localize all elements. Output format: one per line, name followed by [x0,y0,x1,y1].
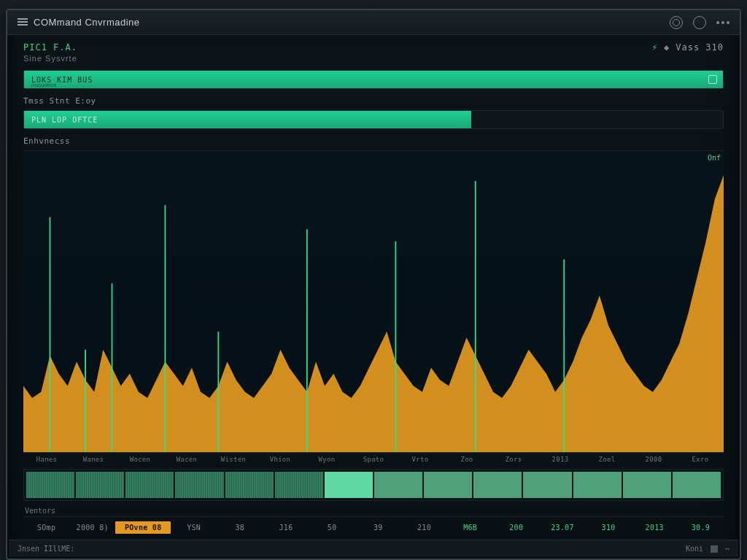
numcell: 2000 8) [69,524,115,532]
scrubber-segment[interactable] [573,472,622,498]
app-window: COMmand Cnvrmadine PIC1 F.A. ⚡ ◆ Vass 31… [6,9,741,560]
bolt-icon: ⚡ [652,42,658,52]
chart-x-axis: HanesWanesWocenWacenWistenVhionWyonSpato… [23,452,724,463]
numcell: 2013 [632,524,678,532]
window-control-icon[interactable] [711,545,718,553]
numcell: 23.07 [539,524,585,532]
hamburger-icon[interactable] [18,18,28,27]
x-tick: Exro [677,456,724,463]
more-icon[interactable]: ⋯ [725,545,729,553]
numcell: M6B [447,524,493,532]
numcell: 200 [493,524,539,532]
scrubber-segment[interactable] [473,472,522,498]
numcell: 50 [309,524,355,532]
numcell: 310 [586,524,632,532]
scrubber-segment[interactable] [225,472,274,498]
x-tick: Zoel [584,456,630,463]
content-area: PIC1 F.A. ⚡ ◆ Vass 310 Sine Sysvrte LOKS… [7,35,740,540]
numcell: 210 [401,524,447,532]
statusbar-left: Jnsen IIllME: [18,545,74,553]
status-version: Vass 310 [676,42,724,52]
clock-icon[interactable] [693,16,706,29]
chart-label-left: Enhvnecss [23,136,724,146]
progress-bar-2: Pln lop Oftce [23,110,724,129]
chart-panel: Onf HanesWanesWocenWacenWistenVhionWyonS… [23,150,724,463]
title-bar: COMmand Cnvrmadine [7,10,740,35]
chart-label-right: Onf [708,154,721,162]
bar2-label: Pln lop Oftce [31,116,98,124]
scrubber-segment[interactable] [26,472,74,498]
numcell: 38 [217,524,263,532]
x-tick: Wacen [163,456,210,463]
chart-svg [23,151,724,452]
expand-icon[interactable] [708,75,717,84]
numcell: 30.9 [678,524,724,532]
x-tick: 2013 [537,456,584,463]
sys-line: Sine Sysvrte [23,54,724,63]
scrubber-segment[interactable] [523,472,571,498]
progress-bar-1: LOKS KIM bus nocodece [23,70,724,89]
x-tick: Wocen [117,456,163,463]
numcell: YSN [171,524,217,532]
x-tick: Zors [490,456,537,463]
scrubber-segment[interactable] [275,472,323,498]
x-tick: Vhion [257,456,303,463]
scrubber-segment[interactable] [623,472,671,498]
menu-icon[interactable] [716,21,729,24]
proc-id: PIC1 F.A. [23,42,77,52]
scrubber-segment[interactable] [76,472,124,498]
chart-area[interactable]: Onf [23,150,724,452]
numcell: J16 [263,524,309,532]
numeric-strip: SOmp2000 8)POvne 08YSN38J165039210M6B200… [23,516,724,534]
gear-icon[interactable] [670,16,683,29]
bar1-sublabel: nocodece [31,82,57,88]
status-bar: Jnsen IIllME: Koni ⋯ [9,540,738,557]
scrubber-segment[interactable] [424,472,472,498]
scrubber-segment[interactable] [325,472,373,498]
x-tick: Wyon [303,456,350,463]
numcell: POvne 08 [115,521,171,534]
numcell: 39 [355,524,401,532]
progress-track-2[interactable]: Pln lop Oftce [23,110,724,129]
progress-track[interactable]: LOKS KIM bus nocodece [23,70,724,89]
x-tick: Wisten [210,456,257,463]
x-tick: Vrto [397,456,444,463]
x-tick: Zoo [444,456,490,463]
x-tick: 2000 [630,456,677,463]
numcell: SOmp [23,524,69,532]
numstrip-label: Ventors [25,507,724,515]
scrubber-segment[interactable] [673,472,721,498]
statusbar-right: Koni [686,545,703,553]
timeline-scrubber[interactable] [23,469,724,501]
scrubber-segment[interactable] [175,472,223,498]
scrubber-segment[interactable] [374,472,422,498]
status-row: PIC1 F.A. ⚡ ◆ Vass 310 [23,42,724,52]
x-tick: Wanes [70,456,117,463]
app-title: COMmand Cnvrmadine [34,17,140,28]
x-tick: Hanes [23,456,70,463]
scrubber-segment[interactable] [125,472,174,498]
section-label-1: Tmss Stnt E:oy [23,96,724,106]
x-tick: Spato [350,456,397,463]
